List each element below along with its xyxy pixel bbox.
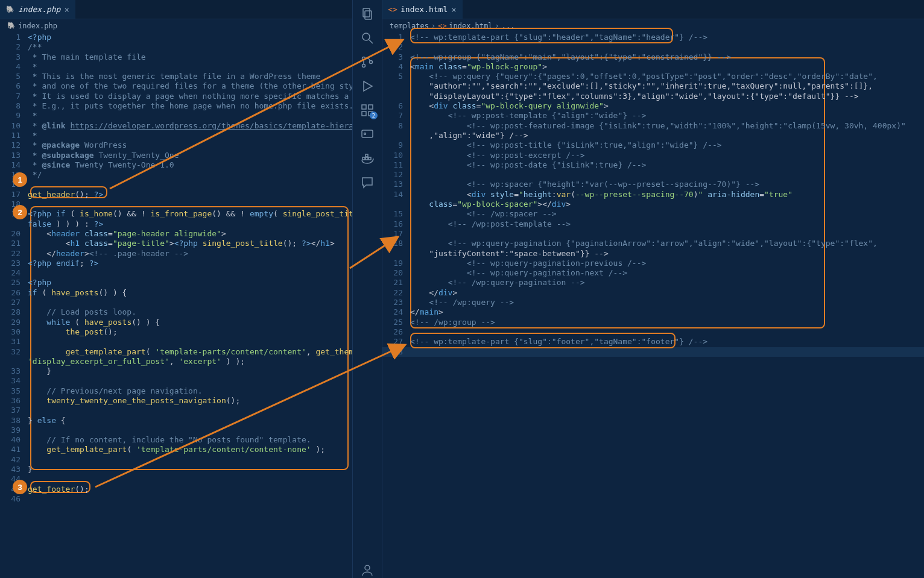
svg-rect-0 (363, 8, 370, 17)
tabbar-right: <> index.html × (382, 0, 924, 19)
svg-point-18 (365, 565, 370, 570)
chevron-right-icon: › (431, 22, 435, 30)
svg-rect-16 (369, 157, 371, 160)
svg-rect-17 (365, 154, 368, 157)
tabbar-left: 🐘 index.php × (0, 0, 352, 19)
source-control-icon[interactable] (359, 54, 375, 70)
svg-rect-1 (365, 11, 372, 19)
svg-rect-10 (362, 112, 366, 116)
svg-point-2 (362, 33, 370, 40)
close-icon[interactable]: × (64, 5, 69, 14)
annotation-circle-3: 3 (13, 480, 27, 494)
svg-marker-7 (364, 81, 372, 91)
editor-right[interactable]: 1234567891011121314151617181920212223242… (382, 33, 924, 578)
svg-rect-12 (362, 130, 373, 137)
docker-icon[interactable] (359, 151, 375, 166)
gutter-right: 1234567891011121314151617181920212223242… (382, 33, 410, 578)
tab-index-php[interactable]: 🐘 index.php × (0, 0, 76, 19)
breadcrumb-left[interactable]: 🐘 index.php (0, 19, 352, 33)
app-root: 🐘 index.php × 🐘 index.php 12345678910111… (0, 0, 924, 578)
svg-point-5 (362, 64, 365, 68)
annotation-circle-2: 2 (13, 205, 27, 219)
editor-left[interactable]: 1234567891011121314151617181920212223242… (0, 33, 352, 578)
crumb-file: index.php (18, 22, 57, 30)
editor-pane-right: <> index.html × templates › <> index.htm… (382, 0, 924, 578)
svg-rect-8 (362, 105, 366, 109)
editor-pane-left: 🐘 index.php × 🐘 index.php 12345678910111… (0, 0, 352, 578)
gutter-left: 1234567891011121314151617181920212223242… (0, 33, 28, 578)
chevron-right-icon: › (495, 22, 499, 30)
html-file-icon: <> (388, 5, 397, 14)
tab-title: index.html (400, 5, 448, 14)
html-file-icon: <> (438, 22, 446, 30)
tab-index-html[interactable]: <> index.html × (382, 0, 463, 19)
svg-point-13 (364, 133, 366, 135)
crumb-folder: templates (390, 22, 429, 30)
files-icon[interactable] (359, 6, 375, 22)
extensions-icon[interactable]: 2 (359, 102, 375, 118)
svg-rect-15 (365, 157, 368, 160)
breadcrumb-right[interactable]: templates › <> index.html › ... (382, 19, 924, 33)
remote-icon[interactable] (359, 127, 375, 142)
chat-icon[interactable] (359, 175, 375, 190)
debug-icon[interactable] (359, 78, 375, 94)
svg-point-4 (362, 57, 365, 60)
search-icon[interactable] (359, 30, 375, 46)
php-file-icon: 🐘 (7, 22, 16, 30)
svg-line-3 (369, 40, 373, 43)
close-icon[interactable]: × (451, 5, 456, 14)
annotation-circle-1: 1 (13, 172, 27, 187)
svg-rect-9 (369, 105, 373, 109)
activity-bar: 2 (352, 0, 382, 578)
code-left[interactable]: <?php/** * The main template file * * Th… (28, 33, 352, 578)
crumb-tail: ... (502, 22, 515, 30)
crumb-file: index.html (449, 22, 492, 30)
php-file-icon: 🐘 (6, 5, 14, 14)
extensions-badge: 2 (370, 112, 378, 119)
account-icon[interactable] (359, 562, 375, 578)
code-right[interactable]: <!-- wp:template-part {"slug":"header","… (410, 33, 924, 578)
tab-title: index.php (18, 5, 60, 14)
svg-point-6 (370, 61, 373, 64)
svg-rect-14 (362, 157, 365, 160)
